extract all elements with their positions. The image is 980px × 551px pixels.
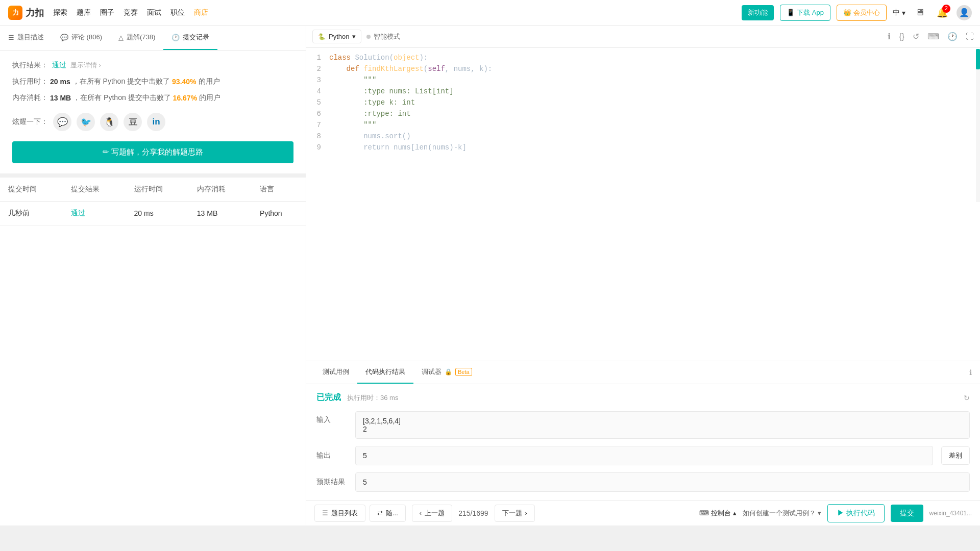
tab-comments[interactable]: 💬 评论 (806) (52, 26, 110, 50)
prev-btn[interactable]: ‹ 上一题 (412, 505, 452, 522)
info-icon2[interactable]: ℹ (969, 368, 972, 377)
nav-circle[interactable]: 圈子 (100, 8, 114, 17)
line-num-3: 3 (306, 74, 329, 86)
test-case-link[interactable]: 如何创建一个测试用例？ ▾ (743, 509, 821, 518)
desc-icon: ☰ (8, 34, 14, 41)
line-code-3: """ (329, 74, 980, 86)
new-feature-btn[interactable]: 新功能 (742, 5, 774, 20)
share-wechat[interactable]: 💬 (53, 113, 71, 131)
line-code-4: :type nums: List[int] (329, 86, 980, 97)
pass-badge[interactable]: 通过 (52, 61, 66, 70)
expand-icon[interactable]: ⛶ (966, 32, 974, 41)
member-btn[interactable]: 👑 会员中心 (837, 5, 887, 21)
nav-store[interactable]: 商店 (194, 8, 208, 17)
input-row: 输入 [3,2,1,5,6,4] 2 (316, 411, 970, 439)
share-label: 炫耀一下： (12, 117, 48, 127)
comment-icon: 💬 (60, 34, 68, 41)
row-result[interactable]: 通过 (63, 202, 126, 226)
tab-problem-desc[interactable]: ☰ 题目描述 (0, 26, 52, 50)
nav-interview[interactable]: 面试 (147, 8, 161, 17)
chevron-down-icon: ▾ (352, 33, 356, 40)
tab-test-case[interactable]: 测试用例 (314, 361, 357, 384)
next-btn[interactable]: 下一题 › (495, 505, 535, 522)
code-line-7: 7 """ (306, 119, 980, 131)
scrollbar-thumb[interactable] (976, 49, 980, 69)
tab-bar: ☰ 题目描述 💬 评论 (806) △ 题解(738) 🕐 提交记录 (0, 26, 306, 51)
lang-selector[interactable]: 中 ▾ (893, 8, 905, 17)
notification-btn[interactable]: 🔔 2 (934, 5, 950, 21)
terminal-icon[interactable]: ⌨ (927, 32, 939, 41)
time-value: 20 ms (50, 78, 70, 86)
code-actions: ℹ {} ↺ ⌨ 🕐 ⛶ (888, 32, 974, 41)
clock2-icon[interactable]: 🕐 (947, 32, 958, 41)
terminal2-icon: ⌨ (699, 509, 709, 517)
page-indicator: 215/1699 (454, 509, 492, 517)
time-label: 执行用时： (12, 77, 48, 86)
time-stat: ，在所有 Python 提交中击败了 (72, 77, 170, 86)
tab-solutions[interactable]: △ 题解(738) (110, 26, 163, 50)
tab-code-result[interactable]: 代码执行结果 (357, 361, 413, 384)
completion-row: 已完成 执行用时：36 ms ↻ (316, 392, 970, 403)
share-weibo[interactable]: 🐦 (77, 113, 95, 131)
time-pct: 93.40% (172, 78, 196, 86)
submit-btn[interactable]: 提交 (891, 505, 923, 522)
expected-box: 5 (355, 472, 970, 492)
nav-problems[interactable]: 题库 (77, 8, 91, 17)
code-line-1: 1 class Solution(object): (306, 52, 980, 63)
footer-nav: ‹ 上一题 215/1699 下一题 › (412, 505, 535, 522)
expected-label: 预期结果 (316, 478, 347, 487)
monitor-icon-btn[interactable]: 🖥 (912, 5, 928, 21)
col-runtime: 运行时间 (126, 178, 189, 202)
tab-debugger[interactable]: 调试器 🔒 Beta (413, 361, 480, 384)
share-linkedin[interactable]: in (147, 113, 165, 131)
col-lang: 语言 (252, 178, 306, 202)
bottom-tab-bar: 测试用例 代码执行结果 调试器 🔒 Beta ℹ (306, 361, 980, 384)
output-label: 输出 (316, 451, 347, 460)
refresh-icon[interactable]: ↻ (964, 394, 970, 402)
next-arrow-icon: › (525, 509, 527, 517)
exec-time-row: 执行用时： 20 ms ，在所有 Python 提交中击败了 93.40% 的用… (12, 77, 293, 86)
tab-submissions[interactable]: 🕐 提交记录 (163, 26, 217, 50)
nav-explore[interactable]: 探索 (53, 8, 67, 17)
input-box: [3,2,1,5,6,4] 2 (355, 411, 970, 439)
diff-btn[interactable]: 差别 (941, 446, 970, 465)
problem-list-btn[interactable]: ☰ 题目列表 (314, 505, 365, 522)
python-icon: 🐍 (318, 33, 326, 40)
format-icon[interactable]: {} (899, 32, 904, 41)
share-qq[interactable]: 🐧 (100, 113, 118, 131)
code-line-9: 9 return nums[len(nums)-k] (306, 142, 980, 153)
input-val1: [3,2,1,5,6,4] (363, 417, 962, 425)
smart-mode[interactable]: 智能模式 (366, 32, 400, 41)
info-icon[interactable]: ℹ (888, 32, 891, 41)
show-detail-link[interactable]: 显示详情 › (70, 61, 101, 70)
shuffle-icon: ⇄ (377, 509, 383, 517)
notification-badge: 2 (942, 5, 950, 13)
console-btn[interactable]: ⌨ 控制台 ▴ (699, 509, 737, 518)
exec-result-label: 执行结果： (12, 61, 48, 70)
line-num-5: 5 (306, 97, 329, 108)
line-num-4: 4 (306, 86, 329, 97)
footer-right: ⌨ 控制台 ▴ 如何创建一个测试用例？ ▾ ▶ 执行代码 提交 weixin_4… (699, 504, 972, 522)
undo-icon[interactable]: ↺ (913, 32, 919, 41)
run-code-btn[interactable]: ▶ 执行代码 (827, 504, 885, 522)
code-editor[interactable]: 1 class Solution(object): 2 def findKthL… (306, 48, 980, 361)
line-num-6: 6 (306, 108, 329, 119)
share-douban[interactable]: 豆 (124, 113, 142, 131)
write-solution-btn[interactable]: ✏ 写题解，分享我的解题思路 (12, 141, 293, 163)
row-runtime: 20 ms (126, 202, 189, 226)
line-code-2: def findKthLargest(self, nums, k): (329, 63, 980, 74)
logo[interactable]: 力 力扣 (8, 6, 44, 20)
member-icon: 👑 (843, 9, 851, 16)
avatar[interactable]: 👤 (957, 5, 972, 20)
download-icon: 📱 (787, 9, 795, 16)
submissions-table: 提交时间 提交结果 运行时间 内存消耗 语言 几秒前 通过 20 ms 13 M… (0, 178, 306, 226)
random-btn[interactable]: ⇄ 随... (370, 505, 406, 522)
nav-contest[interactable]: 竞赛 (124, 8, 138, 17)
line-num-2: 2 (306, 63, 329, 74)
lang-select[interactable]: 🐍 Python ▾ (312, 30, 361, 43)
time-stat2: 的用户 (199, 77, 220, 86)
exec-time-display: 执行用时：36 ms (347, 393, 398, 403)
nav-jobs[interactable]: 职位 (170, 8, 185, 17)
mem-pct: 16.67% (173, 94, 197, 102)
download-app-btn[interactable]: 📱 下载 App (780, 5, 830, 21)
